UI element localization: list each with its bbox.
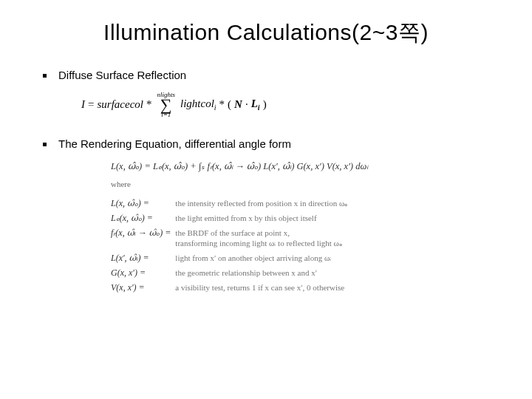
def-rhs: light from x′ on another object arriving… — [175, 253, 348, 264]
eq1-surfacecol: surfacecol — [97, 98, 143, 111]
eq1-lparen: ( — [228, 98, 231, 111]
def-row: L(x′, ω̂ᵢ) = light from x′ on another ob… — [111, 253, 348, 264]
rendering-equation-main: L(x, ω̂ₒ) = Lₑ(x, ω̂ₒ) + ∫ₛ fᵣ(x, ω̂ᵢ → … — [111, 160, 502, 172]
bullet-2: The Rendering Equation, differential ang… — [43, 137, 502, 150]
eq1-star2: * — [219, 98, 225, 111]
where-label: where — [111, 180, 502, 188]
def-lhs: L(x, ω̂ₒ) = — [111, 198, 175, 209]
def-rhs: the BRDF of the surface at point x,trans… — [175, 228, 348, 250]
eq1-dot: · — [245, 98, 248, 111]
def-lhs: G(x, x′) = — [111, 267, 175, 279]
def-row: Lₑ(x, ω̂ₒ) = the light emitted from x by… — [111, 213, 348, 224]
eq1-N: N — [234, 98, 242, 111]
equation-rendering: L(x, ω̂ₒ) = Lₑ(x, ω̂ₒ) + ∫ₛ fᵣ(x, ω̂ᵢ → … — [111, 160, 502, 298]
def-rhs: the light emitted from x by this object … — [175, 213, 348, 224]
def-rhs: a visibility test, returns 1 if x can se… — [175, 282, 348, 293]
eq1-rparen: ) — [263, 98, 267, 111]
eq1-equals: = — [88, 98, 94, 111]
def-row: G(x, x′) = the geometric relationship be… — [111, 267, 348, 279]
def-row: V(x, x′) = a visibility test, returns 1 … — [111, 282, 348, 293]
slide-title: Illumination Calculations(2~3쪽) — [30, 18, 502, 48]
bullet-1-text: Diffuse Surface Reflection — [58, 69, 186, 81]
sum-symbol: ∑ — [160, 98, 172, 112]
eq1-sub-i: i — [214, 103, 216, 112]
eq1-I: I — [81, 98, 85, 111]
summation-icon: nlights ∑ i=1 — [157, 92, 175, 118]
eq1-lightcol: lightcol — [180, 98, 214, 109]
eq1-star1: * — [146, 98, 152, 111]
def-lhs: L(x′, ω̂ᵢ) = — [111, 253, 175, 264]
sum-lower: i=1 — [161, 112, 171, 118]
definitions-table: L(x, ω̂ₒ) = the intensity reflected from… — [111, 194, 348, 298]
bullet-2-text: The Rendering Equation, differential ang… — [58, 137, 291, 150]
eq1-sub-i2: i — [258, 103, 260, 112]
def-lhs: fᵣ(x, ω̂ᵢ → ω̂ₒ) = — [111, 228, 175, 250]
def-lhs: V(x, x′) = — [111, 282, 175, 293]
def-rhs: the intensity reflected from position x … — [175, 198, 348, 209]
eq1-L: L — [251, 98, 258, 109]
bullet-dot-icon — [43, 74, 47, 78]
equation-diffuse: I = surfacecol * nlights ∑ i=1 lightcoli… — [81, 92, 502, 118]
bullet-1: Diffuse Surface Reflection — [43, 69, 502, 81]
def-rhs: the geometric relationship between x and… — [175, 267, 348, 279]
def-row: fᵣ(x, ω̂ᵢ → ω̂ₒ) = the BRDF of the surfa… — [111, 228, 348, 250]
def-lhs: Lₑ(x, ω̂ₒ) = — [111, 213, 175, 224]
bullet-dot-icon — [43, 143, 47, 146]
def-row: L(x, ω̂ₒ) = the intensity reflected from… — [111, 198, 348, 209]
